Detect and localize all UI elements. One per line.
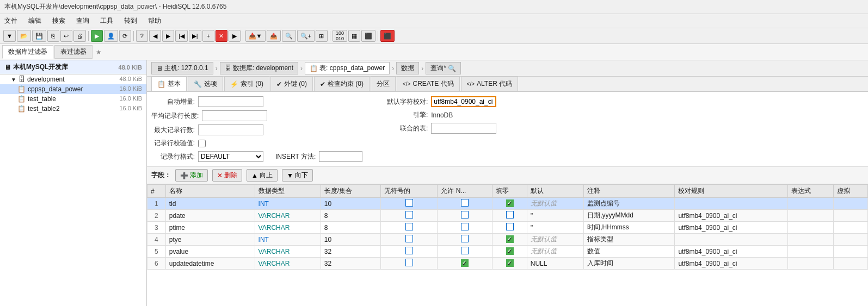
cell-virtual[interactable] <box>833 246 867 258</box>
cell-virtual[interactable] <box>833 234 867 246</box>
cell-length[interactable]: 8 <box>321 210 380 222</box>
cell-unsigned[interactable] <box>380 234 437 246</box>
table-row[interactable]: 5 pvalue VARCHAR 32 ✓ 无默认值 数值 utf8mb4_09… <box>147 246 868 258</box>
cb-unsigned-3[interactable] <box>405 235 413 242</box>
cell-zerofill[interactable]: ✓ <box>493 246 527 258</box>
sidebar-item-test-table2[interactable]: 📋 test_table2 16.0 KiB <box>0 104 146 114</box>
tb-next[interactable]: ▶ <box>162 30 174 42</box>
cb-zerofill-0[interactable]: ✓ <box>506 199 514 207</box>
cell-length[interactable]: 32 <box>321 246 380 258</box>
cell-collation[interactable] <box>675 198 787 210</box>
menu-goto[interactable]: 转到 <box>122 15 139 27</box>
tb-users[interactable]: 👤 <box>104 30 118 42</box>
ctab-create[interactable]: </> CREATE 代码 <box>397 77 460 91</box>
table-row[interactable]: 4 ptye INT 10 ✓ 无默认值 指标类型 <box>147 234 868 246</box>
cell-unsigned[interactable] <box>380 198 437 210</box>
cell-type[interactable]: INT <box>255 198 321 210</box>
cb-zerofill-2[interactable] <box>506 223 514 230</box>
tb-misc2[interactable]: ⬛ <box>361 30 375 42</box>
cell-collation[interactable]: utf8mb4_0900_ai_ci <box>675 222 787 234</box>
cell-zerofill[interactable] <box>493 210 527 222</box>
cb-zerofill-5[interactable]: ✓ <box>506 259 514 267</box>
cell-comment[interactable]: 数值 <box>584 246 675 258</box>
cb-null-0[interactable] <box>461 199 469 207</box>
input-insert-method[interactable] <box>319 151 362 162</box>
menu-edit[interactable]: 编辑 <box>26 15 44 27</box>
cell-collation[interactable]: utf8mb4_0900_ai_ci <box>675 210 787 222</box>
tb-add[interactable]: + <box>202 30 214 42</box>
cb-zerofill-4[interactable]: ✓ <box>506 247 514 255</box>
cell-default[interactable]: '' <box>527 222 583 234</box>
cell-unsigned[interactable] <box>380 258 437 270</box>
tb-open[interactable]: 📂 <box>17 30 31 42</box>
tb-connect[interactable]: ▶ <box>91 30 103 42</box>
cell-default[interactable]: 无默认值 <box>527 198 583 210</box>
tb-stop[interactable]: ⬛ <box>380 30 395 42</box>
tb-run[interactable]: ▶ <box>229 30 241 42</box>
ctab-check[interactable]: ✔ 检查约束 (0) <box>314 77 370 91</box>
bc-host[interactable]: 🖥 主机: 127.0.0.1 <box>151 62 213 74</box>
cell-name[interactable]: ptime <box>165 222 255 234</box>
cell-default[interactable]: '' <box>527 210 583 222</box>
cell-virtual[interactable] <box>833 198 867 210</box>
tb-zoom[interactable]: 🔍+ <box>297 30 315 42</box>
menu-query[interactable]: 查询 <box>74 15 91 27</box>
table-row[interactable]: 2 pdate VARCHAR 8 '' 日期,yyyyMMdd utf8mb4… <box>147 210 868 222</box>
cb-unsigned-0[interactable] <box>405 199 413 207</box>
input-charset[interactable] <box>431 96 496 107</box>
cell-virtual[interactable] <box>833 222 867 234</box>
tb-misc1[interactable]: ▦ <box>348 30 360 42</box>
cell-length[interactable]: 10 <box>321 198 380 210</box>
filter-tab-db[interactable]: 数据库过滤器 <box>2 45 53 59</box>
cell-zerofill[interactable]: ✓ <box>493 234 527 246</box>
table-row[interactable]: 1 tid INT 10 ✓ 无默认值 监测点编号 <box>147 198 868 210</box>
tb-grid[interactable]: ⊞ <box>316 30 328 42</box>
checkbox-checksum[interactable] <box>198 140 206 147</box>
ctab-fk[interactable]: ✔ 外键 (0) <box>270 77 313 91</box>
tb-save[interactable]: 💾 <box>32 30 46 42</box>
cell-default[interactable]: NULL <box>527 258 583 270</box>
input-maxrows[interactable] <box>198 124 263 135</box>
cell-unsigned[interactable] <box>380 210 437 222</box>
cell-type[interactable]: VARCHAR <box>255 246 321 258</box>
cell-name[interactable]: tid <box>165 198 255 210</box>
cell-comment[interactable]: 日期,yyyyMMdd <box>584 210 675 222</box>
tb-copy[interactable]: ⎘ <box>47 30 59 42</box>
cell-type[interactable]: INT <box>255 234 321 246</box>
cell-zerofill[interactable]: ✓ <box>493 258 527 270</box>
cell-expression[interactable] <box>787 198 833 210</box>
cell-type[interactable]: VARCHAR <box>255 258 321 270</box>
cell-name[interactable]: ptye <box>165 234 255 246</box>
cell-length[interactable]: 10 <box>321 234 380 246</box>
tb-first[interactable]: |◀ <box>175 30 188 42</box>
menu-tools[interactable]: 工具 <box>98 15 115 27</box>
sidebar-item-test-table[interactable]: 📋 test_table 16.0 KiB <box>0 94 146 104</box>
cell-null[interactable] <box>438 198 493 210</box>
cell-collation[interactable]: utf8mb4_0900_ai_ci <box>675 258 787 270</box>
menu-file[interactable]: 文件 <box>2 15 20 27</box>
cb-unsigned-1[interactable] <box>405 211 413 218</box>
cell-comment[interactable]: 入库时间 <box>584 258 675 270</box>
cb-null-3[interactable] <box>461 235 469 242</box>
ctab-partition[interactable]: 分区 <box>371 77 396 91</box>
cb-null-4[interactable] <box>461 247 469 254</box>
cell-comment[interactable]: 监测点编号 <box>584 198 675 210</box>
input-avglen[interactable] <box>202 110 267 121</box>
tb-help[interactable]: ? <box>136 30 148 42</box>
cell-name[interactable]: updatedatetime <box>165 258 255 270</box>
cell-type[interactable]: VARCHAR <box>255 222 321 234</box>
bc-table[interactable]: 📋 表: cppsp_data_power <box>305 62 390 74</box>
down-field-button[interactable]: ▼ 向下 <box>282 169 313 182</box>
tb-export[interactable]: 📤 <box>267 30 281 42</box>
ctab-options[interactable]: 🔧 选项 <box>188 77 223 91</box>
cell-comment[interactable]: 指标类型 <box>584 234 675 246</box>
sidebar-item-development[interactable]: ▼ 🗄 development 48.0 KiB <box>0 74 146 84</box>
add-field-button[interactable]: ➕ 添加 <box>175 169 208 182</box>
cell-name[interactable]: pdate <box>165 210 255 222</box>
cb-zerofill-3[interactable]: ✓ <box>506 235 514 243</box>
tb-print[interactable]: 🖨 <box>73 30 86 42</box>
cb-null-2[interactable] <box>461 223 469 230</box>
cell-collation[interactable]: utf8mb4_0900_ai_ci <box>675 246 787 258</box>
cell-expression[interactable] <box>787 210 833 222</box>
cell-expression[interactable] <box>787 234 833 246</box>
